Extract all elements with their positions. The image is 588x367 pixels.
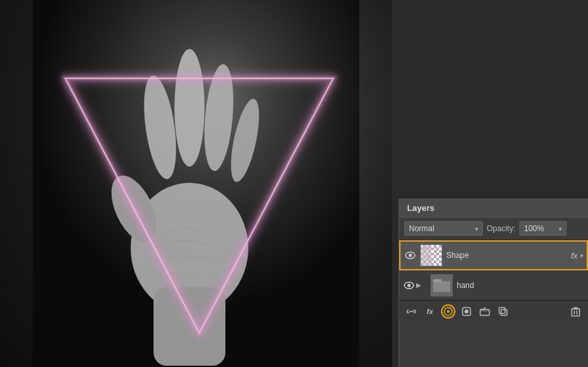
svg-rect-18	[433, 279, 442, 282]
svg-rect-24	[501, 310, 507, 315]
panel-toolbar: fx	[399, 300, 588, 321]
opacity-value: 100%	[524, 224, 544, 233]
fx-badge-shape[interactable]: fx ▾	[571, 251, 583, 261]
add-fx-icon[interactable]: fx	[423, 304, 437, 319]
visibility-toggle-hand[interactable]	[403, 281, 415, 290]
duplicate-layer-icon[interactable]	[496, 304, 510, 319]
svg-rect-25	[499, 308, 505, 313]
delete-layer-icon[interactable]	[568, 304, 583, 319]
layer-thumbnail-hand	[431, 274, 453, 296]
blend-mode-row: Normal ▾ Opacity: 100% ▾	[399, 217, 588, 240]
opacity-dropdown[interactable]: 100% ▾	[519, 221, 566, 236]
svg-marker-10	[65, 78, 333, 333]
blend-mode-chevron: ▾	[475, 225, 478, 232]
svg-marker-8	[65, 78, 333, 333]
blend-mode-label: Normal	[409, 224, 434, 233]
svg-rect-23	[480, 310, 489, 315]
layer-row-shape[interactable]: Shape fx ▾	[399, 240, 588, 270]
visibility-toggle-shape[interactable]	[404, 251, 416, 260]
svg-point-22	[465, 310, 468, 313]
blend-mode-dropdown[interactable]: Normal ▾	[404, 221, 483, 236]
neon-triangle	[20, 13, 379, 359]
fx-text: fx	[427, 308, 433, 315]
layers-panel: Layers Normal ▾ Opacity: 100% ▾ Shape	[399, 199, 588, 367]
new-group-icon[interactable]	[478, 304, 492, 319]
panel-header: Layers	[399, 199, 588, 217]
layer-name-hand: hand	[457, 281, 584, 290]
add-mask-icon[interactable]	[459, 304, 474, 319]
fx-label: fx	[571, 251, 578, 261]
svg-marker-9	[65, 78, 333, 333]
link-layers-icon[interactable]	[404, 304, 419, 319]
panel-title: Layers	[407, 203, 434, 213]
opacity-chevron: ▾	[559, 225, 562, 232]
svg-rect-17	[433, 281, 450, 292]
layer-thumbnail-shape	[420, 244, 442, 266]
svg-point-20	[447, 310, 449, 313]
layer-row-hand[interactable]: ▶ hand	[399, 270, 588, 300]
opacity-label: Opacity:	[487, 224, 515, 233]
layer-name-shape: Shape	[446, 251, 571, 260]
svg-rect-26	[572, 309, 580, 316]
add-adjustment-icon[interactable]	[441, 304, 455, 319]
svg-point-16	[408, 283, 411, 287]
expand-arrow-hand[interactable]: ▶	[416, 281, 425, 290]
fx-chevron: ▾	[580, 252, 583, 259]
svg-point-12	[409, 254, 412, 257]
